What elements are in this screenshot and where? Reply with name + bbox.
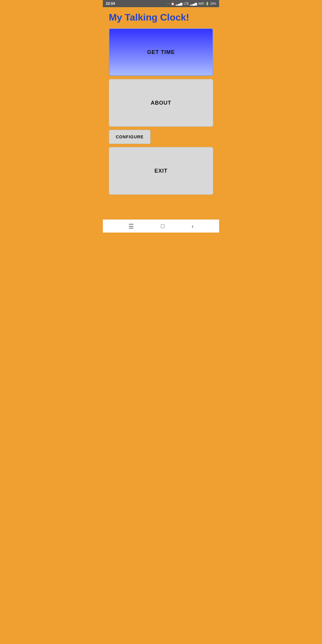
nav-bar: ☰ □ ‹	[103, 219, 219, 233]
get-time-button[interactable]: GET TIME	[109, 28, 213, 76]
lte-icon: LTE	[184, 2, 189, 5]
status-time: 22:04	[106, 1, 115, 6]
status-bar: 22:04 ··· ⏰ ▂▄▆ LTE ▂▄▆ WiFi 🔋 24%	[103, 0, 219, 7]
about-button[interactable]: ABOUT	[109, 79, 213, 127]
app-title: My Talking Clock!	[109, 12, 213, 23]
signal2-icon: ▂▄▆	[190, 2, 197, 5]
alarm-icon: ⏰	[171, 2, 174, 5]
configure-button[interactable]: CONFIGURE	[109, 130, 151, 144]
nav-home-icon[interactable]: □	[161, 223, 165, 230]
battery-percent: 24%	[210, 2, 216, 5]
dots-icon: ···	[167, 2, 170, 5]
nav-menu-icon[interactable]: ☰	[129, 223, 134, 230]
exit-button[interactable]: EXIT	[109, 147, 213, 195]
signal-icon: ▂▄▆	[176, 2, 182, 5]
battery-icon: 🔋	[205, 2, 209, 5]
main-content: My Talking Clock! GET TIME ABOUT CONFIGU…	[103, 7, 219, 219]
status-right-icons: ··· ⏰ ▂▄▆ LTE ▂▄▆ WiFi 🔋 24%	[167, 2, 216, 5]
nav-back-icon[interactable]: ‹	[192, 223, 194, 230]
wifi-icon: WiFi	[198, 2, 204, 5]
